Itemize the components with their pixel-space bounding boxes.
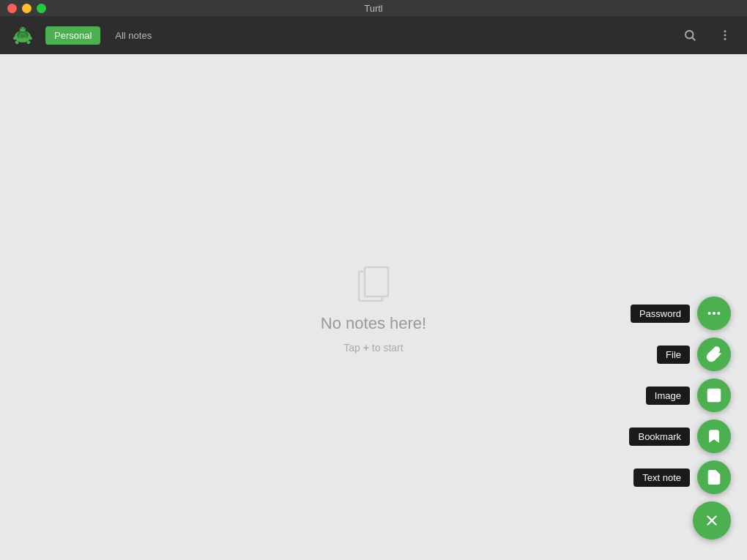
subtitle-plus: + [363, 342, 369, 354]
more-vertical-icon [718, 29, 732, 42]
close-fab-button[interactable] [693, 501, 731, 540]
add-image-button[interactable] [697, 378, 731, 412]
main-content: No notes here! Tap + to start Password F… [0, 54, 747, 560]
add-password-button[interactable] [697, 296, 731, 330]
add-bookmark-button[interactable] [697, 419, 731, 453]
subtitle-prefix: Tap [343, 342, 363, 354]
minimize-window-button[interactable] [22, 4, 31, 13]
navbar: Personal All notes [0, 16, 747, 54]
subtitle-suffix: to start [369, 342, 404, 354]
paperclip-icon [706, 346, 722, 362]
fab-action-textnote-row: Text note [633, 460, 731, 494]
dots-icon [706, 305, 722, 321]
svg-point-18 [708, 312, 711, 315]
empty-state-title: No notes here! [321, 314, 426, 333]
image-label: Image [646, 387, 690, 405]
svg-point-14 [724, 34, 726, 37]
svg-point-22 [710, 392, 713, 394]
image-icon [706, 387, 722, 403]
window-controls [7, 4, 46, 13]
svg-point-20 [717, 312, 720, 315]
empty-state: No notes here! Tap + to start [321, 261, 426, 354]
add-file-button[interactable] [697, 337, 731, 371]
search-icon [683, 29, 696, 42]
svg-point-15 [724, 38, 726, 40]
svg-line-12 [692, 37, 694, 40]
bookmark-label: Bookmark [629, 428, 690, 446]
empty-state-subtitle: Tap + to start [343, 342, 403, 354]
personal-nav-button[interactable]: Personal [45, 26, 100, 45]
fab-action-password-row: Password [631, 296, 731, 330]
fab-container: Password File Image [629, 296, 731, 540]
svg-point-3 [20, 27, 26, 31]
file-label: File [657, 346, 690, 364]
more-options-button[interactable] [712, 22, 738, 48]
fab-action-image-row: Image [646, 378, 731, 412]
empty-notes-icon [352, 261, 395, 305]
svg-point-13 [724, 30, 726, 32]
add-text-note-button[interactable] [697, 460, 731, 494]
svg-rect-17 [365, 267, 388, 296]
app-title: Turtl [364, 3, 383, 14]
fab-action-file-row: File [657, 337, 731, 371]
search-button[interactable] [677, 22, 703, 48]
title-bar: Turtl [0, 0, 747, 16]
maximize-window-button[interactable] [37, 4, 46, 13]
text-note-label: Text note [633, 468, 690, 487]
fab-action-bookmark-row: Bookmark [629, 419, 731, 453]
close-window-button[interactable] [7, 4, 17, 13]
fab-main-row [693, 501, 731, 540]
svg-point-19 [713, 312, 716, 315]
close-icon [704, 512, 720, 529]
allnotes-nav-button[interactable]: All notes [109, 26, 157, 45]
svg-point-9 [21, 28, 22, 29]
app-logo [9, 21, 37, 49]
svg-point-10 [23, 28, 25, 29]
password-label: Password [631, 305, 690, 323]
svg-point-4 [20, 34, 26, 38]
document-icon [706, 469, 722, 485]
bookmark-icon [706, 428, 722, 444]
